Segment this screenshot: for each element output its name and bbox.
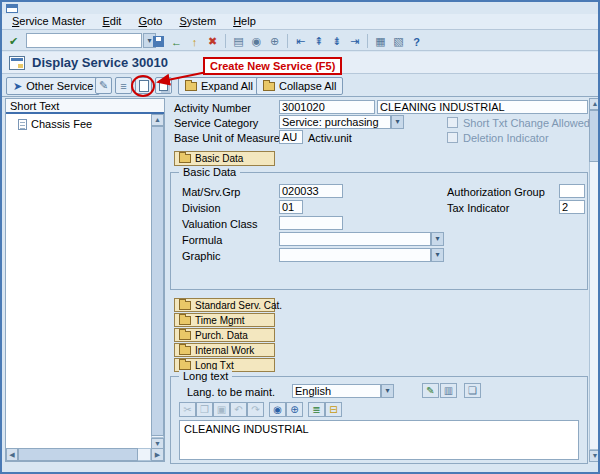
page-title: Display Service 30010 [32,55,168,70]
back-icon[interactable]: ← [168,33,185,50]
exit-icon[interactable]: ↑ [186,33,203,50]
continuous-text-icon[interactable]: ❏ [464,383,481,398]
short-txt-change-checkbox [447,117,458,128]
text-format-icon[interactable]: ▥ [440,383,457,398]
scroll-up-arrow[interactable]: ▲ [589,98,600,110]
service-list-icon[interactable]: ≡ [115,77,132,94]
authorization-group-field[interactable] [559,184,585,198]
mat-srv-grp-label: Mat/Srv.Grp [182,186,240,199]
display-change-icon[interactable]: ✎ [95,77,112,94]
scroll-right-arrow[interactable]: ▶ [151,448,164,461]
annotation-callout: Create New Service (F5) [203,57,342,75]
scroll-up-arrow[interactable]: ▲ [151,114,164,126]
menu-bar: Service Master Edit Goto System Help [2,14,598,30]
division-field[interactable]: 01 [279,200,303,214]
short-text-panel: Short Text Chassis Fee ▲ ▼ ◀ ▶ [5,98,165,462]
tax-indicator-label: Tax Indicator [447,202,509,215]
window-titlebar [2,2,598,14]
delete-line-icon[interactable]: ⊟ [325,402,342,417]
save-icon[interactable] [150,33,167,50]
menu-service-master[interactable]: Service Master [5,14,92,29]
scrollbar-thumb[interactable] [151,126,164,436]
help-icon[interactable]: ? [408,33,425,50]
standard-toolbar: ✔ ▾ ← ↑ ✖ ▤ ◉ ⊕ ⇤ ⇞ ⇟ ⇥ ▦ ▧ ? [2,31,598,51]
service-category-label: Service Category [174,117,258,130]
activity-number-field[interactable]: 3001020 [279,100,375,114]
scrollbar-thumb[interactable] [589,110,600,162]
page-down-icon[interactable]: ⇟ [328,33,345,50]
command-field[interactable] [26,33,142,48]
separator [225,34,226,48]
redo-icon: ↷ [247,402,264,417]
print-icon[interactable]: ▤ [230,33,247,50]
base-unit-text: Activ.unit [308,132,352,145]
sap-window: Service Master Edit Goto System Help ✔ ▾… [0,0,600,474]
language-field[interactable]: English [292,384,381,398]
authorization-group-label: Authorization Group [447,186,545,199]
activity-text-field[interactable]: CLEANING INDUSTRIAL [377,100,588,114]
copy-service-icon[interactable] [155,77,172,94]
edit-text-icon[interactable]: ✎ [422,383,439,398]
internal-work-button[interactable]: Internal Work [174,343,275,357]
deletion-indicator-label: Deletion Indicator [463,132,549,145]
create-shortcut-icon[interactable]: ▧ [390,33,407,50]
separator [367,34,368,48]
purch-data-button[interactable]: Purch. Data [174,328,275,342]
tree-item-chassis-fee[interactable]: Chassis Fee [18,118,92,130]
scroll-down-arrow[interactable]: ▼ [589,450,600,462]
menu-help[interactable]: Help [226,14,263,29]
formula-dropdown-icon[interactable]: ▾ [431,232,444,246]
expand-all-button[interactable]: Expand All [178,77,260,95]
tax-indicator-field[interactable]: 2 [559,200,585,214]
folder-icon [179,331,191,340]
graphic-label: Graphic [182,250,221,263]
service-category-dropdown-icon[interactable]: ▾ [391,115,404,129]
graphic-field[interactable] [279,248,431,262]
insert-line-icon[interactable]: ≣ [308,402,325,417]
other-service-icon: ➤ [13,80,22,93]
service-icon [9,56,25,70]
cancel-icon[interactable]: ✖ [204,33,221,50]
folder-icon [179,346,191,355]
basic-data-button[interactable]: Basic Data [174,151,275,166]
time-mgmt-button[interactable]: Time Mgmt [174,313,275,327]
long-text-editor[interactable]: CLEANING INDUSTRIAL [179,420,579,460]
short-txt-change-label: Short Txt Change Allowed [463,117,590,130]
last-page-icon[interactable]: ⇥ [346,33,363,50]
paste-icon: ▣ [213,402,230,417]
mat-srv-grp-field[interactable]: 020033 [279,184,343,198]
find-next-text-icon[interactable]: ⊕ [286,402,303,417]
find-icon[interactable]: ◉ [248,33,265,50]
find-text-icon[interactable]: ◉ [269,402,286,417]
activity-number-label: Activity Number [174,102,251,115]
valuation-class-field[interactable] [279,216,343,230]
page-up-icon[interactable]: ⇞ [310,33,327,50]
folder-icon [179,301,191,310]
base-unit-field[interactable]: AU [279,130,303,144]
folder-icon [179,154,191,163]
folder-icon [185,82,197,91]
find-next-icon[interactable]: ⊕ [266,33,283,50]
service-category-field[interactable]: Service: purchasing [279,115,391,129]
create-service-icon[interactable] [135,77,152,94]
scroll-left-arrow[interactable]: ◀ [6,448,18,461]
lang-to-be-maint-label: Lang. to be maint. [187,386,275,399]
copy-icon: ❐ [196,402,213,417]
first-page-icon[interactable]: ⇤ [292,33,309,50]
menu-goto[interactable]: Goto [131,14,169,29]
new-session-icon[interactable]: ▦ [372,33,389,50]
long-text-group-title: Long text [179,370,232,383]
other-service-button[interactable]: ➤ Other Service [6,77,100,95]
standard-serv-cat-button[interactable]: Standard Serv. Cat. [174,298,275,312]
collapse-all-button[interactable]: Collapse All [256,77,343,95]
enter-icon[interactable]: ✔ [5,33,22,50]
folder-icon [179,316,191,325]
formula-field[interactable] [279,232,431,246]
language-dropdown-icon[interactable]: ▾ [381,384,394,398]
menu-system[interactable]: System [172,14,223,29]
folder-icon [179,361,191,370]
scrollbar-thumb[interactable] [18,448,138,461]
menu-edit[interactable]: Edit [95,14,128,29]
valuation-class-label: Valuation Class [182,218,258,231]
graphic-dropdown-icon[interactable]: ▾ [431,248,444,262]
